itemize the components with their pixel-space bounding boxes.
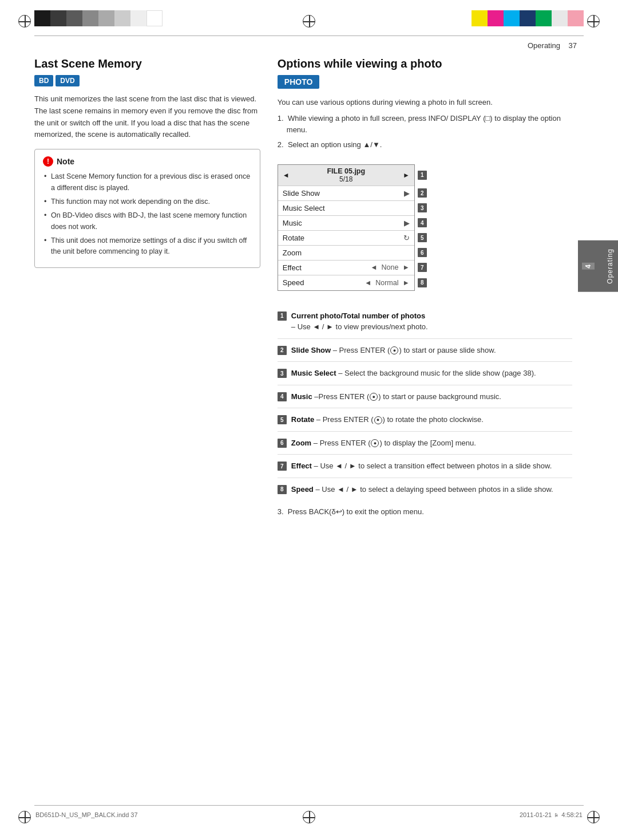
note-header: ! Note [43, 156, 252, 167]
desc-item-8: 8 Speed – Use ◄ / ► to select a delaying… [278, 484, 572, 501]
desc-item-2: 2 Slide Show – Press ENTER (●) to start … [278, 345, 572, 362]
desc-num-2: 2 [278, 346, 287, 355]
side-tab: 4 Operating [578, 240, 618, 292]
menu-header-row: ◄ FILE 05.jpg 5/18 ► 1 [278, 165, 414, 186]
desc-text-5: Rotate – Press ENTER (●) to rotate the p… [291, 414, 572, 425]
page-number: 37 [569, 41, 577, 50]
desc-num-4: 4 [278, 392, 287, 401]
footer-left: BD651D-N_US_MP_BALCK.indd 37 [35, 811, 138, 818]
bottom-rule [34, 805, 584, 806]
color-bar-left [34, 10, 163, 26]
note-item-3: On BD-Video discs with BD-J, the last sc… [43, 210, 252, 232]
desc-num-6: 6 [278, 439, 287, 448]
desc-item-5: 5 Rotate – Press ENTER (●) to rotate the… [278, 414, 572, 432]
color-bar-right [472, 10, 584, 26]
desc-num-5: 5 [278, 415, 287, 424]
desc-text-6: Zoom – Press ENTER (●) to display the [Z… [291, 437, 572, 449]
menu-row-musicselect: Music Select 3 [278, 201, 414, 216]
step-1: 1. While viewing a photo in full screen,… [278, 113, 572, 136]
note-item-2: This function may not work depending on … [43, 196, 252, 207]
step-2: 2. Select an option using ▲/▼. [278, 139, 572, 151]
desc-text-8: Speed – Use ◄ / ► to select a delaying s… [291, 484, 572, 495]
desc-item-6: 6 Zoom – Press ENTER (●) to display the … [278, 437, 572, 455]
bd-dvd-badges: BD DVD [34, 75, 260, 86]
note-box: ! Note Last Scene Memory function for a … [34, 149, 260, 268]
menu-row-effect: Effect ◄ None ► 7 [278, 261, 414, 275]
step-3: 3. Press BACK(δ↩) to exit the option men… [278, 506, 572, 518]
section-label: Operating [528, 41, 560, 50]
desc-num-1: 1 [278, 311, 287, 321]
badge-dvd: DVD [56, 75, 79, 86]
desc-item-7: 7 Effect – Use ◄ / ► to select a transit… [278, 460, 572, 478]
menu-row-music: Music ▶ 4 [278, 216, 414, 231]
desc-item-4: 4 Music –Press ENTER (●) to start or pau… [278, 391, 572, 409]
reg-mark-bottom-left [18, 811, 31, 825]
top-rule [34, 36, 584, 36]
menu-filecount: 5/18 [327, 175, 365, 183]
left-column: Last Scene Memory BD DVD This unit memor… [34, 57, 260, 794]
desc-item-3: 3 Music Select – Select the background m… [278, 368, 572, 385]
menu-row-slideshow: Slide Show ▶ 2 [278, 186, 414, 201]
reg-mark-bottom-right [587, 811, 600, 825]
footer-right: 2011-01-21 ꋦ 4:58:21 [520, 811, 583, 818]
right-column: Options while viewing a photo PHOTO You … [278, 57, 572, 794]
right-intro: You can use various options during viewi… [278, 97, 572, 108]
desc-text-1: Current photo/Total number of photos – U… [291, 310, 572, 333]
photo-menu: ◄ FILE 05.jpg 5/18 ► 1 Slide Show ▶ 2 [278, 164, 415, 291]
reg-mark-bottom-center [303, 811, 315, 825]
section-number: 4 [582, 263, 595, 270]
reg-mark-top-right [587, 15, 600, 29]
note-icon: ! [43, 156, 53, 167]
note-item-4: This unit does not memorize settings of … [43, 235, 252, 258]
desc-num-8: 8 [278, 485, 287, 494]
reg-mark-top-left [18, 15, 31, 29]
menu-row-speed: Speed ◄ Normal ► 8 [278, 275, 414, 290]
page-header: Operating 37 [528, 41, 577, 50]
menu-container: ◄ FILE 05.jpg 5/18 ► 1 Slide Show ▶ 2 [278, 156, 572, 301]
note-list: Last Scene Memory function for a previou… [43, 171, 252, 258]
desc-text-3: Music Select – Select the background mus… [291, 368, 572, 379]
desc-text-4: Music –Press ENTER (●) to start or pause… [291, 391, 572, 403]
menu-row-zoom: Zoom 6 [278, 246, 414, 261]
note-title: Note [57, 157, 74, 166]
menu-filename: FILE 05.jpg [327, 167, 365, 175]
right-section-title: Options while viewing a photo [278, 57, 572, 70]
badge-photo: PHOTO [278, 75, 320, 89]
left-body-text: This unit memorizes the last scene from … [34, 93, 260, 141]
desc-text-7: Effect – Use ◄ / ► to select a transitio… [291, 460, 572, 472]
steps: 1. While viewing a photo in full screen,… [278, 113, 572, 151]
desc-text-2: Slide Show – Press ENTER (●) to start or… [291, 345, 572, 356]
description-items: 1 Current photo/Total number of photos –… [278, 310, 572, 501]
note-item-1: Last Scene Memory function for a previou… [43, 171, 252, 194]
desc-item-1: 1 Current photo/Total number of photos –… [278, 310, 572, 339]
reg-mark-top-center [303, 15, 315, 29]
desc-num-7: 7 [278, 462, 287, 471]
main-content: Last Scene Memory BD DVD This unit memor… [34, 57, 572, 794]
side-tab-label: Operating [606, 249, 614, 284]
left-section-title: Last Scene Memory [34, 57, 260, 70]
desc-num-3: 3 [278, 369, 287, 378]
badge-bd: BD [34, 75, 53, 86]
menu-row-rotate: Rotate ↻ 5 [278, 231, 414, 246]
